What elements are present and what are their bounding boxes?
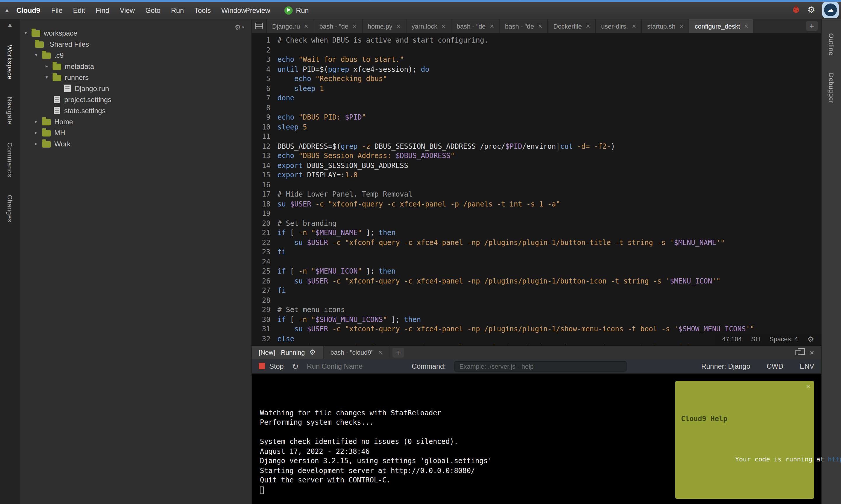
tree-item-runners[interactable]: ▾runners xyxy=(20,72,251,83)
console-tab-new-running[interactable]: [New] - Running⚙ xyxy=(252,346,323,359)
run-config-name-field[interactable]: Run Config Name xyxy=(307,362,363,370)
syntax-mode[interactable]: SH xyxy=(751,336,760,342)
editor-tab-home-py[interactable]: home.py× xyxy=(362,19,406,33)
command-input[interactable] xyxy=(454,361,627,371)
rail-item-debugger[interactable]: Debugger xyxy=(828,73,835,104)
code-text: until PID=$(pgrep xfce4-session); do xyxy=(277,65,429,74)
cursor-position[interactable]: 47:104 xyxy=(722,336,742,342)
menubar-collapse-icon[interactable]: ▲ xyxy=(0,7,14,13)
menu-tools[interactable]: Tools xyxy=(189,2,216,19)
code-line: 9echo "DBUS PID: $PID" xyxy=(252,112,821,122)
chevron-right-icon[interactable]: ▸ xyxy=(46,64,53,69)
runner-selector[interactable]: Runner: Django xyxy=(701,362,750,370)
close-tab-icon[interactable]: × xyxy=(304,22,308,30)
avatar-button[interactable]: ☁ xyxy=(822,1,839,18)
chevron-down-icon[interactable]: ▾ xyxy=(24,30,32,36)
tree-item-metadata[interactable]: ▸metadata xyxy=(20,61,251,72)
menu-edit[interactable]: Edit xyxy=(68,2,90,19)
chevron-right-icon[interactable]: ▸ xyxy=(35,141,42,146)
close-tab-icon[interactable]: × xyxy=(378,349,382,356)
editor-tab-yarn-lock[interactable]: yarn.lock× xyxy=(406,19,451,33)
rail-item-navigate[interactable]: Navigate xyxy=(6,97,14,125)
tree-item-label: .c9 xyxy=(54,51,64,59)
tree-item-shared-files[interactable]: -Shared Files- xyxy=(20,38,251,50)
code-line: 1# Check when DBUS is active and start c… xyxy=(252,36,821,45)
close-tab-icon[interactable]: × xyxy=(353,22,357,30)
rail-item-changes[interactable]: Changes xyxy=(6,195,14,222)
tree-item-work[interactable]: ▸Work xyxy=(20,138,251,149)
rail-item-workspace[interactable]: Workspace xyxy=(6,45,14,79)
chevron-right-icon[interactable]: ▸ xyxy=(35,119,42,124)
menu-view[interactable]: View xyxy=(115,2,140,19)
code-line: 11 xyxy=(252,132,821,142)
close-tab-icon[interactable]: × xyxy=(396,22,400,30)
chevron-down-icon[interactable]: ▾ xyxy=(46,75,53,80)
menu-find[interactable]: Find xyxy=(90,2,115,19)
code-text: echo "Wait for dbus to start." xyxy=(277,55,404,65)
maximize-panel-icon[interactable] xyxy=(796,350,802,355)
line-number: 28 xyxy=(252,295,277,305)
tree-item-workspace[interactable]: ▾workspace xyxy=(20,28,251,38)
spaces-setting[interactable]: Spaces: 4 xyxy=(770,336,798,342)
stop-label: Stop xyxy=(269,362,284,370)
tree-item-c9[interactable]: ▾.c9 xyxy=(20,50,251,61)
notification-link[interactable]: https://undefined xyxy=(828,455,841,463)
editor-tab-bash-de[interactable]: bash - "de× xyxy=(314,19,362,33)
tree-item-home[interactable]: ▸Home xyxy=(20,116,251,127)
tab-list-icon[interactable] xyxy=(252,19,267,33)
close-tab-icon[interactable]: × xyxy=(538,22,542,30)
code-line: 13echo "DBUS Session Address: $DBUS_ADDR… xyxy=(252,151,821,161)
tree-item-django-run[interactable]: Django.run xyxy=(20,83,251,94)
new-console-tab-button[interactable]: + xyxy=(392,347,404,357)
close-tab-icon[interactable]: × xyxy=(744,22,748,30)
menubar-right: ⚙ ☁ xyxy=(791,0,839,19)
console-tab-bash-cloud9[interactable]: bash - "cloud9"× xyxy=(323,346,390,359)
restart-icon[interactable]: ↻ xyxy=(292,361,298,371)
chevron-right-icon[interactable]: ▸ xyxy=(35,130,42,135)
menu-file[interactable]: File xyxy=(46,2,68,19)
rail-item-outline[interactable]: Outline xyxy=(828,33,835,56)
code-editor[interactable]: 1# Check when DBUS is active and start c… xyxy=(252,33,821,345)
stop-button[interactable]: Stop xyxy=(259,362,284,370)
editor-tab-startup-sh[interactable]: startup.sh× xyxy=(642,19,689,33)
close-tab-icon[interactable]: × xyxy=(632,22,636,30)
chevron-down-icon[interactable]: ▾ xyxy=(35,53,42,58)
editor-tab-user-dirs[interactable]: user-dirs.× xyxy=(596,19,642,33)
editor-tab-bash-de[interactable]: bash - "de× xyxy=(500,19,548,33)
env-button[interactable]: ENV xyxy=(800,362,814,370)
code-text: if [ -n "$SHOW_MENU_ICONS" ]; then xyxy=(277,315,421,324)
collab-bug-icon[interactable] xyxy=(791,4,801,15)
code-line: 3echo "Wait for dbus to start." xyxy=(252,55,821,65)
rail-collapse-icon[interactable]: ▲ xyxy=(8,22,12,28)
tree-settings-gear-icon[interactable]: ⚙▾ xyxy=(235,23,244,32)
close-tab-icon[interactable]: × xyxy=(442,22,446,30)
menu-run[interactable]: Run xyxy=(166,2,189,19)
status-gear-icon[interactable]: ⚙ xyxy=(807,335,814,343)
code-line: 27fi xyxy=(252,286,821,295)
app-menu-cloud9[interactable]: Cloud9 xyxy=(14,6,46,14)
rail-item-commands[interactable]: Commands xyxy=(6,142,14,178)
notification-close-icon[interactable]: × xyxy=(806,382,810,392)
tab-label: bash - "de xyxy=(505,22,534,30)
editor-tab-bash-de[interactable]: bash - "de× xyxy=(451,19,500,33)
tree-item-project-settings[interactable]: project.settings xyxy=(20,94,251,105)
close-panel-icon[interactable]: × xyxy=(810,348,814,357)
settings-gear-icon[interactable]: ⚙ xyxy=(807,4,815,15)
run-button[interactable]: Run xyxy=(284,6,309,14)
folder-icon xyxy=(32,30,40,36)
tree-item-mh[interactable]: ▸MH xyxy=(20,127,251,138)
editor-tab-django-ru[interactable]: Django.ru× xyxy=(267,19,314,33)
line-number: 22 xyxy=(252,238,277,247)
editor-tabs: Django.ru×bash - "de×home.py×yarn.lock×b… xyxy=(267,19,754,33)
new-tab-button[interactable]: + xyxy=(806,21,818,31)
preview-button[interactable]: Preview xyxy=(245,6,270,14)
close-tab-icon[interactable]: × xyxy=(586,22,590,30)
terminal-output[interactable]: × Cloud9 Help Your code is running at ht… xyxy=(252,374,821,504)
close-tab-icon[interactable]: × xyxy=(490,22,494,30)
cwd-button[interactable]: CWD xyxy=(767,362,783,370)
menu-goto[interactable]: Goto xyxy=(140,2,166,19)
editor-tab-dockerfile[interactable]: Dockerfile× xyxy=(548,19,596,33)
close-tab-icon[interactable]: × xyxy=(680,22,684,30)
editor-tab-configure-deskt[interactable]: configure_deskt× xyxy=(689,19,754,33)
tree-item-state-settings[interactable]: state.settings xyxy=(20,105,251,116)
